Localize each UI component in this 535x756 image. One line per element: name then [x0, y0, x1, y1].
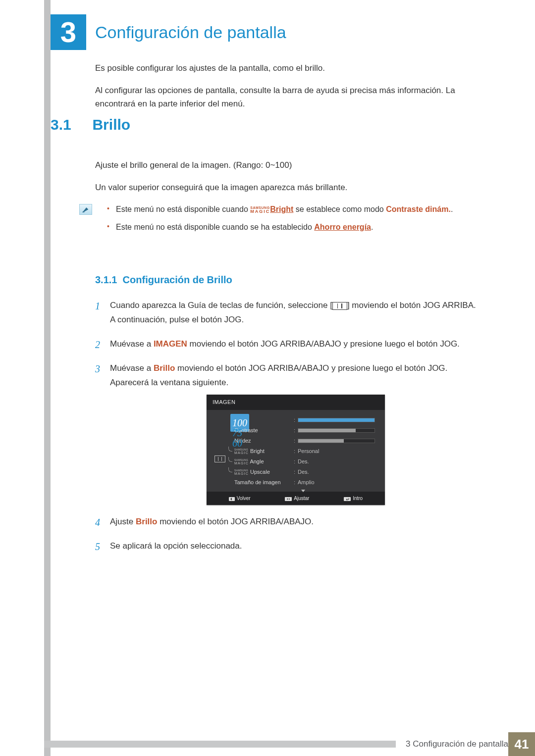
samsung-magic-icon: SAMSUNGMAGIC — [234, 469, 249, 475]
step4-text-c: moviendo el botón JOG ARRIBA/ABAJO. — [157, 517, 314, 526]
footer-bar — [44, 741, 396, 748]
body-p1: Ajuste el brillo general de la imagen. (… — [95, 158, 482, 172]
step-number-2: 2 — [95, 336, 100, 353]
step-1: 1 Cuando aparezca la Guía de teclas de f… — [95, 299, 482, 327]
osd-mbright-suffix: Bright — [250, 448, 265, 454]
step2-text-a: Muévase a — [110, 339, 154, 349]
osd-row-magic-upscale: SAMSUNGMAGIC Upscale : Des. — [228, 467, 378, 477]
page-footer: 3 Configuración de pantalla 41 — [44, 732, 535, 756]
body-p2: Un valor superior conseguirá que la imag… — [95, 181, 482, 194]
intro-p1: Es posible configurar los ajustes de la … — [95, 61, 482, 75]
osd-contraste-label: Contraste — [234, 426, 294, 435]
osd-nitidez-label: Nitidez — [234, 436, 294, 446]
step-number-4: 4 — [95, 514, 100, 531]
osd-mupscale-value: Des. — [298, 467, 378, 477]
step-number-3: 3 — [95, 360, 100, 377]
step2-imagen: IMAGEN — [154, 339, 187, 349]
osd-row-nitidez: Nitidez : 60 — [228, 436, 378, 446]
osd-footer-intro: Intro — [344, 494, 363, 503]
osd-footer: Volver Ajustar Intro — [207, 492, 385, 505]
samsung-magic-icon: SAMSUNGMAGIC — [234, 459, 249, 465]
step3-brillo: Brillo — [154, 363, 175, 373]
step4-text-a: Ajuste — [110, 517, 136, 526]
osd-footer-volver: Volver — [229, 494, 251, 503]
section-body: Ajuste el brillo general de la imagen. (… — [95, 158, 482, 249]
osd-row-brillo: Brillo : 100 — [228, 415, 378, 425]
note2-ahorro: Ahorro energía — [314, 223, 371, 231]
menu-icon — [332, 302, 347, 310]
samsung-magic-icon: SAMSUNG MAGIC — [250, 206, 270, 214]
section-title: Brillo — [92, 116, 130, 133]
note1-contraste: Contraste dinám. — [386, 205, 451, 213]
footer-text: 3 Configuración de pantalla — [396, 739, 508, 749]
section-heading: 3.1 Brillo — [51, 116, 130, 133]
osd-mupscale-suffix: Upscale — [250, 469, 270, 475]
note-box: Este menú no está disponible cuando SAMS… — [95, 203, 482, 233]
step-number-1: 1 — [95, 298, 100, 314]
step-2: 2 Muévase a IMAGEN moviendo el botón JOG… — [95, 337, 482, 352]
step1-text-a: Cuando aparezca la Guía de teclas de fun… — [110, 301, 332, 310]
step2-text-c: moviendo el botón JOG ARRIBA/ABAJO y pre… — [187, 339, 460, 349]
steps-list: 1 Cuando aparezca la Guía de teclas de f… — [95, 299, 482, 554]
step-4: 4 Ajuste Brillo moviendo el botón JOG AR… — [95, 515, 482, 529]
osd-row-tamano: Tamaño de imagen : Amplio — [228, 477, 378, 488]
step-5: 5 Se aplicará la opción seleccionada. — [95, 539, 482, 554]
intro-text: Es posible configurar los ajustes de la … — [95, 61, 482, 120]
note1-bright: Bright — [270, 205, 293, 213]
osd-nitidez-slider — [298, 439, 375, 443]
osd-mbright-value: Personal — [298, 447, 378, 456]
samsung-magic-icon: SAMSUNGMAGIC — [234, 449, 249, 454]
subsection-title: 3.1.1 Configuración de Brillo — [95, 274, 482, 286]
osd-tamano-label: Tamaño de imagen — [234, 478, 294, 487]
note1-dot: . — [451, 205, 453, 213]
note2-dot: . — [371, 223, 373, 231]
step-3: 3 Muévase a Brillo moviendo el botón JOG… — [95, 361, 482, 505]
step-number-5: 5 — [95, 538, 100, 555]
osd-tamano-value: Amplio — [298, 478, 378, 487]
osd-row-magic-angle: SAMSUNGMAGIC Angle : Des. — [228, 456, 378, 467]
osd-footer-ajustar: Ajustar — [285, 494, 309, 503]
osd-mangle-value: Des. — [298, 457, 378, 466]
note1-text-a: Este menú no está disponible cuando — [116, 205, 250, 213]
osd-mangle-suffix: Angle — [250, 458, 264, 464]
chevron-down-icon — [301, 490, 305, 492]
osd-header: IMAGEN — [207, 395, 385, 410]
svg-rect-3 — [285, 497, 292, 501]
chapter-title: Configuración de pantalla — [95, 23, 286, 42]
note1-text-b: se establece como modo — [296, 205, 386, 213]
chapter-number-badge: 3 — [51, 14, 86, 50]
osd-row-contraste: Contraste : 75 — [228, 425, 378, 436]
osd-row-magic-bright: SAMSUNGMAGIC Bright : Personal — [228, 446, 378, 456]
sidebar-stripe — [44, 0, 51, 756]
note-item-1: Este menú no está disponible cuando SAMS… — [116, 203, 482, 216]
note-item-2: Este menú no está disponible cuando se h… — [116, 221, 482, 234]
step4-brillo: Brillo — [136, 517, 157, 526]
note2-text-a: Este menú no está disponible cuando se h… — [116, 223, 314, 231]
osd-side-icon — [212, 415, 228, 488]
intro-p2: Al configurar las opciones de pantalla, … — [95, 84, 482, 110]
osd-window: IMAGEN Brillo : 100 Contraste : — [207, 395, 385, 505]
osd-contraste-slider — [298, 428, 375, 433]
footer-page-number: 41 — [508, 732, 535, 756]
step3-text-a: Muévase a — [110, 363, 154, 373]
svg-rect-0 — [82, 212, 84, 212]
section-number: 3.1 — [51, 116, 90, 133]
osd-brillo-slider — [298, 418, 375, 422]
subsection: 3.1.1 Configuración de Brillo 1 Cuando a… — [95, 274, 482, 563]
note-icon — [79, 204, 92, 215]
step5-text: Se aplicará la opción seleccionada. — [110, 541, 242, 551]
